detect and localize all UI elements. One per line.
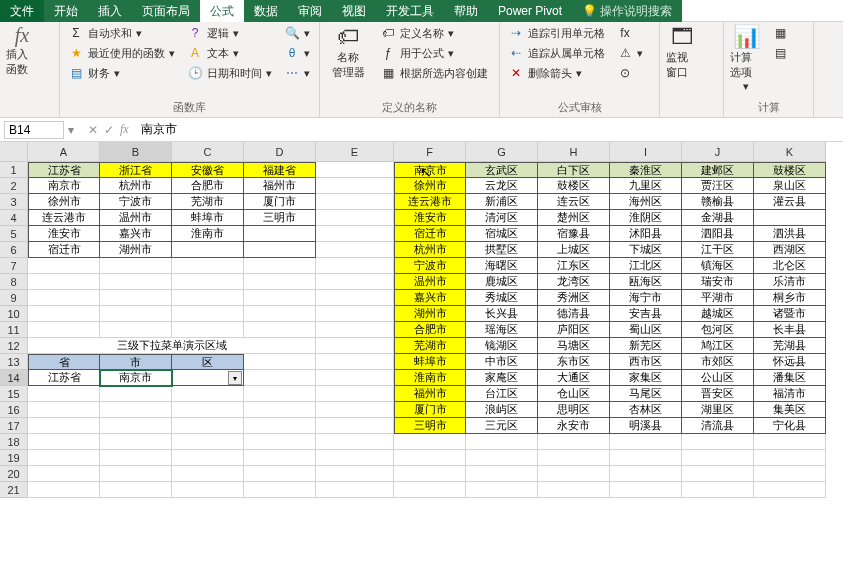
cell-D[interactable]: 三明市 bbox=[244, 210, 316, 226]
row-header-19[interactable]: 19 bbox=[0, 450, 28, 466]
cell-G[interactable]: 清河区 bbox=[466, 210, 538, 226]
cell-J[interactable]: 市郊区 bbox=[682, 354, 754, 370]
cell-A[interactable]: 南京市 bbox=[28, 178, 100, 194]
show-formula-button[interactable]: fx bbox=[615, 24, 645, 42]
cell-K[interactable]: 泉山区 bbox=[754, 178, 826, 194]
row-header-4[interactable]: 4 bbox=[0, 210, 28, 226]
cell-C[interactable] bbox=[172, 418, 244, 434]
finance-button[interactable]: ▤财务 ▾ bbox=[66, 64, 177, 82]
col-header-B[interactable]: B bbox=[100, 142, 172, 162]
cell-F[interactable] bbox=[394, 482, 466, 498]
cell-F[interactable] bbox=[394, 466, 466, 482]
cell-H[interactable]: 上城区 bbox=[538, 242, 610, 258]
cell-B[interactable] bbox=[100, 402, 172, 418]
cell-D[interactable] bbox=[244, 290, 316, 306]
col-header-H[interactable]: H bbox=[538, 142, 610, 162]
row-header-6[interactable]: 6 bbox=[0, 242, 28, 258]
row-header-21[interactable]: 21 bbox=[0, 482, 28, 498]
cell-F[interactable]: 福州市 bbox=[394, 386, 466, 402]
cell-J[interactable]: 镇海区 bbox=[682, 258, 754, 274]
cell-H[interactable]: 龙湾区 bbox=[538, 274, 610, 290]
cell-F[interactable]: 宿迁市 bbox=[394, 226, 466, 242]
fx-icon[interactable]: fx bbox=[120, 122, 129, 137]
row-header-8[interactable]: 8 bbox=[0, 274, 28, 290]
cell-E[interactable] bbox=[316, 226, 394, 242]
tab-dev[interactable]: 开发工具 bbox=[376, 0, 444, 22]
cell-C[interactable] bbox=[172, 466, 244, 482]
cell-B[interactable] bbox=[100, 258, 172, 274]
cell-B[interactable]: 嘉兴市 bbox=[100, 226, 172, 242]
row-header-18[interactable]: 18 bbox=[0, 434, 28, 450]
row-header-1[interactable]: 1 bbox=[0, 162, 28, 178]
cell-G[interactable]: 鹿城区 bbox=[466, 274, 538, 290]
cell-D[interactable]: 福州市 bbox=[244, 178, 316, 194]
col-header-K[interactable]: K bbox=[754, 142, 826, 162]
cell-E[interactable] bbox=[316, 210, 394, 226]
cell-C[interactable] bbox=[172, 386, 244, 402]
cell-J[interactable]: 金湖县 bbox=[682, 210, 754, 226]
cell-F[interactable] bbox=[394, 434, 466, 450]
cell-B[interactable] bbox=[100, 466, 172, 482]
cell-H[interactable]: 仓山区 bbox=[538, 386, 610, 402]
cell-I[interactable]: 家集区 bbox=[610, 370, 682, 386]
cell-C[interactable]: 芜湖市 bbox=[172, 194, 244, 210]
cell-D[interactable] bbox=[244, 418, 316, 434]
cell-A[interactable] bbox=[28, 466, 100, 482]
cell-K[interactable]: 集美区 bbox=[754, 402, 826, 418]
col-header-F[interactable]: F bbox=[394, 142, 466, 162]
cell-A[interactable] bbox=[28, 386, 100, 402]
cell-G[interactable]: 海曙区 bbox=[466, 258, 538, 274]
cell-I[interactable]: 海州区 bbox=[610, 194, 682, 210]
cell-A[interactable] bbox=[28, 482, 100, 498]
cell-F[interactable]: 芜湖市 bbox=[394, 338, 466, 354]
cell-B[interactable] bbox=[100, 418, 172, 434]
cell-F[interactable]: 淮安市 bbox=[394, 210, 466, 226]
remove-arrows-button[interactable]: ✕删除箭头 ▾ bbox=[506, 64, 607, 82]
cell-H[interactable]: 东市区 bbox=[538, 354, 610, 370]
cell-G[interactable] bbox=[466, 450, 538, 466]
autosum-button[interactable]: Σ自动求和 ▾ bbox=[66, 24, 177, 42]
cell-K[interactable]: 诸暨市 bbox=[754, 306, 826, 322]
cell-I[interactable]: 沭阳县 bbox=[610, 226, 682, 242]
cell-B[interactable]: 杭州市 bbox=[100, 178, 172, 194]
col-header-I[interactable]: I bbox=[610, 142, 682, 162]
header-B[interactable]: 浙江省 bbox=[100, 162, 172, 178]
cell-J[interactable]: 晋安区 bbox=[682, 386, 754, 402]
cell-J[interactable]: 江干区 bbox=[682, 242, 754, 258]
cell-J[interactable]: 越城区 bbox=[682, 306, 754, 322]
cell-A[interactable] bbox=[28, 434, 100, 450]
tab-view[interactable]: 视图 bbox=[332, 0, 376, 22]
cell-B[interactable]: 湖州市 bbox=[100, 242, 172, 258]
cell-K[interactable]: 西湖区 bbox=[754, 242, 826, 258]
cell-D[interactable] bbox=[244, 434, 316, 450]
cell-E[interactable] bbox=[316, 338, 394, 354]
dropdown-handle[interactable]: ▾ bbox=[228, 371, 242, 385]
header-C[interactable]: 安徽省 bbox=[172, 162, 244, 178]
cell-E[interactable] bbox=[316, 418, 394, 434]
cell-K[interactable]: 福清市 bbox=[754, 386, 826, 402]
cell-F[interactable]: 温州市 bbox=[394, 274, 466, 290]
cell-B[interactable] bbox=[100, 386, 172, 402]
cell-C[interactable]: 淮南市 bbox=[172, 226, 244, 242]
row-header-16[interactable]: 16 bbox=[0, 402, 28, 418]
cell-H[interactable]: 马塘区 bbox=[538, 338, 610, 354]
cell-K[interactable] bbox=[754, 210, 826, 226]
cell-D[interactable] bbox=[244, 450, 316, 466]
cell-J[interactable]: 贾汪区 bbox=[682, 178, 754, 194]
cell-H[interactable]: 永安市 bbox=[538, 418, 610, 434]
cell-H[interactable] bbox=[538, 450, 610, 466]
col-header-J[interactable]: J bbox=[682, 142, 754, 162]
cell-J[interactable]: 鸠江区 bbox=[682, 338, 754, 354]
hdr-prov[interactable]: 省 bbox=[28, 354, 100, 370]
cell-D[interactable]: 厦门市 bbox=[244, 194, 316, 210]
cell-F[interactable]: 连云港市 bbox=[394, 194, 466, 210]
row-header-11[interactable]: 11 bbox=[0, 322, 28, 338]
cell-D[interactable] bbox=[244, 466, 316, 482]
tab-file[interactable]: 文件 bbox=[0, 0, 44, 22]
error-check-button[interactable]: ⚠ ▾ bbox=[615, 44, 645, 62]
cell-G[interactable]: 家庵区 bbox=[466, 370, 538, 386]
cell-E[interactable] bbox=[316, 178, 394, 194]
cell-J[interactable]: 平湖市 bbox=[682, 290, 754, 306]
cell-I[interactable]: 马尾区 bbox=[610, 386, 682, 402]
cell-G[interactable]: 云龙区 bbox=[466, 178, 538, 194]
